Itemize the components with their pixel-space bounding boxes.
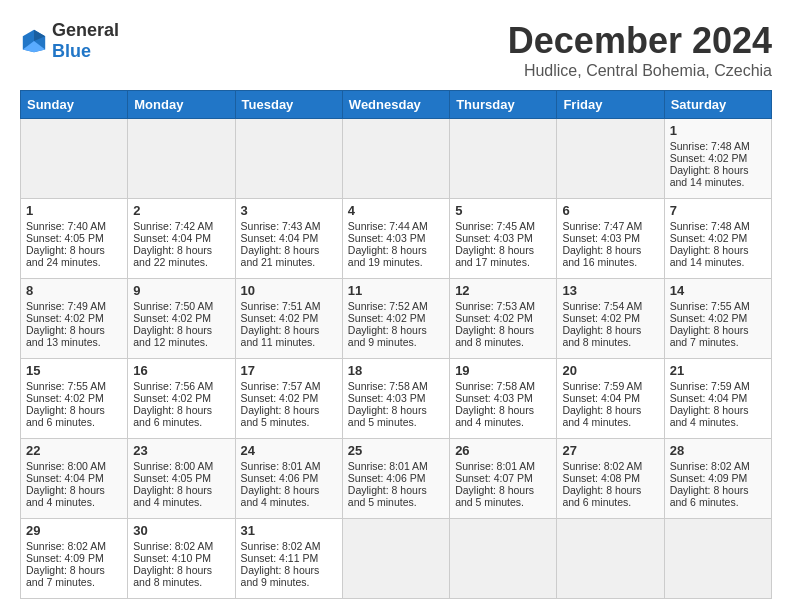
sunrise-time: Sunrise: 7:40 AM: [26, 220, 106, 232]
day-number: 4: [348, 203, 444, 218]
calendar-cell: 19Sunrise: 7:58 AMSunset: 4:03 PMDayligh…: [450, 359, 557, 439]
day-number: 1: [670, 123, 766, 138]
sunset-time: Sunset: 4:03 PM: [562, 232, 640, 244]
sunset-time: Sunset: 4:04 PM: [562, 392, 640, 404]
sunset-time: Sunset: 4:09 PM: [670, 472, 748, 484]
sunset-time: Sunset: 4:02 PM: [348, 312, 426, 324]
daylight-hours: Daylight: 8 hours and 8 minutes.: [562, 324, 641, 348]
sunset-time: Sunset: 4:02 PM: [26, 392, 104, 404]
calendar-cell: 16Sunrise: 7:56 AMSunset: 4:02 PMDayligh…: [128, 359, 235, 439]
daylight-hours: Daylight: 8 hours and 9 minutes.: [241, 564, 320, 588]
logo-blue: Blue: [52, 41, 91, 61]
calendar-cell: [450, 519, 557, 599]
sunrise-time: Sunrise: 7:51 AM: [241, 300, 321, 312]
calendar-cell: 26Sunrise: 8:01 AMSunset: 4:07 PMDayligh…: [450, 439, 557, 519]
week-row-3: 8Sunrise: 7:49 AMSunset: 4:02 PMDaylight…: [21, 279, 772, 359]
calendar-cell: 3Sunrise: 7:43 AMSunset: 4:04 PMDaylight…: [235, 199, 342, 279]
calendar-cell: 12Sunrise: 7:53 AMSunset: 4:02 PMDayligh…: [450, 279, 557, 359]
daylight-hours: Daylight: 8 hours and 16 minutes.: [562, 244, 641, 268]
sunrise-time: Sunrise: 7:50 AM: [133, 300, 213, 312]
daylight-hours: Daylight: 8 hours and 4 minutes.: [26, 484, 105, 508]
daylight-hours: Daylight: 8 hours and 24 minutes.: [26, 244, 105, 268]
sunrise-time: Sunrise: 7:48 AM: [670, 140, 750, 152]
calendar-cell: 15Sunrise: 7:55 AMSunset: 4:02 PMDayligh…: [21, 359, 128, 439]
sunset-time: Sunset: 4:11 PM: [241, 552, 319, 564]
sunrise-time: Sunrise: 8:02 AM: [562, 460, 642, 472]
daylight-hours: Daylight: 8 hours and 5 minutes.: [348, 484, 427, 508]
logo: General Blue: [20, 20, 119, 62]
day-number: 25: [348, 443, 444, 458]
week-row-1: 1Sunrise: 7:48 AMSunset: 4:02 PMDaylight…: [21, 119, 772, 199]
sunset-time: Sunset: 4:06 PM: [348, 472, 426, 484]
calendar-cell: 7Sunrise: 7:48 AMSunset: 4:02 PMDaylight…: [664, 199, 771, 279]
sunrise-time: Sunrise: 7:58 AM: [348, 380, 428, 392]
sunset-time: Sunset: 4:08 PM: [562, 472, 640, 484]
calendar-cell: 8Sunrise: 7:49 AMSunset: 4:02 PMDaylight…: [21, 279, 128, 359]
sunrise-time: Sunrise: 7:43 AM: [241, 220, 321, 232]
sunrise-time: Sunrise: 8:00 AM: [133, 460, 213, 472]
calendar-cell: [557, 119, 664, 199]
sunset-time: Sunset: 4:02 PM: [455, 312, 533, 324]
sunrise-time: Sunrise: 8:00 AM: [26, 460, 106, 472]
calendar-cell: 2Sunrise: 7:42 AMSunset: 4:04 PMDaylight…: [128, 199, 235, 279]
sunset-time: Sunset: 4:02 PM: [670, 232, 748, 244]
sunset-time: Sunset: 4:04 PM: [670, 392, 748, 404]
sunset-time: Sunset: 4:03 PM: [455, 392, 533, 404]
calendar-cell: 6Sunrise: 7:47 AMSunset: 4:03 PMDaylight…: [557, 199, 664, 279]
daylight-hours: Daylight: 8 hours and 6 minutes.: [670, 484, 749, 508]
sunset-time: Sunset: 4:02 PM: [562, 312, 640, 324]
logo-icon: [20, 27, 48, 55]
day-number: 21: [670, 363, 766, 378]
sunrise-time: Sunrise: 8:01 AM: [455, 460, 535, 472]
day-number: 16: [133, 363, 229, 378]
calendar-cell: 31Sunrise: 8:02 AMSunset: 4:11 PMDayligh…: [235, 519, 342, 599]
sunset-time: Sunset: 4:04 PM: [133, 232, 211, 244]
week-row-6: 29Sunrise: 8:02 AMSunset: 4:09 PMDayligh…: [21, 519, 772, 599]
calendar-cell: 30Sunrise: 8:02 AMSunset: 4:10 PMDayligh…: [128, 519, 235, 599]
day-number: 27: [562, 443, 658, 458]
day-number: 13: [562, 283, 658, 298]
sunrise-time: Sunrise: 7:54 AM: [562, 300, 642, 312]
calendar-cell: 27Sunrise: 8:02 AMSunset: 4:08 PMDayligh…: [557, 439, 664, 519]
week-row-5: 22Sunrise: 8:00 AMSunset: 4:04 PMDayligh…: [21, 439, 772, 519]
daylight-hours: Daylight: 8 hours and 5 minutes.: [241, 404, 320, 428]
day-number: 19: [455, 363, 551, 378]
day-number: 14: [670, 283, 766, 298]
sunrise-time: Sunrise: 8:02 AM: [133, 540, 213, 552]
day-number: 10: [241, 283, 337, 298]
daylight-hours: Daylight: 8 hours and 8 minutes.: [133, 564, 212, 588]
calendar-cell: 28Sunrise: 8:02 AMSunset: 4:09 PMDayligh…: [664, 439, 771, 519]
calendar-cell: 5Sunrise: 7:45 AMSunset: 4:03 PMDaylight…: [450, 199, 557, 279]
day-number: 12: [455, 283, 551, 298]
calendar-cell: [21, 119, 128, 199]
daylight-hours: Daylight: 8 hours and 4 minutes.: [562, 404, 641, 428]
day-number: 18: [348, 363, 444, 378]
day-number: 30: [133, 523, 229, 538]
day-number: 15: [26, 363, 122, 378]
sunrise-time: Sunrise: 7:45 AM: [455, 220, 535, 232]
sunset-time: Sunset: 4:07 PM: [455, 472, 533, 484]
sunrise-time: Sunrise: 8:01 AM: [241, 460, 321, 472]
daylight-hours: Daylight: 8 hours and 19 minutes.: [348, 244, 427, 268]
day-number: 2: [133, 203, 229, 218]
day-number: 29: [26, 523, 122, 538]
week-row-2: 1Sunrise: 7:40 AMSunset: 4:05 PMDaylight…: [21, 199, 772, 279]
sunset-time: Sunset: 4:02 PM: [133, 392, 211, 404]
day-header-thursday: Thursday: [450, 91, 557, 119]
sunset-time: Sunset: 4:03 PM: [455, 232, 533, 244]
calendar-cell: 17Sunrise: 7:57 AMSunset: 4:02 PMDayligh…: [235, 359, 342, 439]
sunrise-time: Sunrise: 8:02 AM: [241, 540, 321, 552]
daylight-hours: Daylight: 8 hours and 4 minutes.: [670, 404, 749, 428]
day-number: 22: [26, 443, 122, 458]
daylight-hours: Daylight: 8 hours and 14 minutes.: [670, 164, 749, 188]
sunrise-time: Sunrise: 7:59 AM: [670, 380, 750, 392]
day-number: 7: [670, 203, 766, 218]
daylight-hours: Daylight: 8 hours and 6 minutes.: [26, 404, 105, 428]
sunrise-time: Sunrise: 8:02 AM: [26, 540, 106, 552]
location-title: Hudlice, Central Bohemia, Czechia: [508, 62, 772, 80]
day-number: 11: [348, 283, 444, 298]
day-number: 23: [133, 443, 229, 458]
calendar-cell: 10Sunrise: 7:51 AMSunset: 4:02 PMDayligh…: [235, 279, 342, 359]
daylight-hours: Daylight: 8 hours and 17 minutes.: [455, 244, 534, 268]
calendar-cell: 20Sunrise: 7:59 AMSunset: 4:04 PMDayligh…: [557, 359, 664, 439]
